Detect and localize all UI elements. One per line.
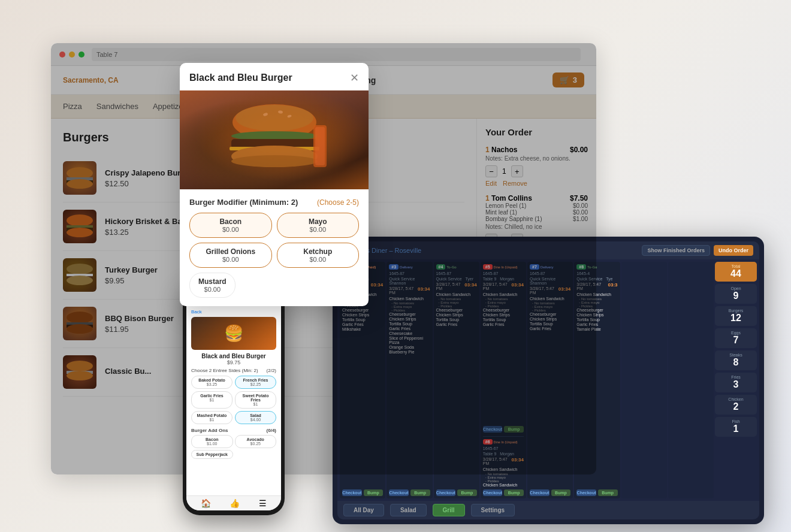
total-card-chicken: Chicken 2 xyxy=(715,395,757,415)
modal-header: Black and Bleu Burger ✕ xyxy=(180,63,369,90)
undo-order-button[interactable]: Undo Order xyxy=(714,245,753,256)
modifier-label: Burger Modifier (Minimum: 2) xyxy=(189,198,298,207)
modal-title: Black and Bleu Burger xyxy=(189,72,292,83)
burger-modal: Black and Bleu Burger ✕ xyxy=(180,63,369,306)
checkout-button[interactable]: Checkout xyxy=(436,489,456,496)
phone-screen: 11:18 AM ●●● 51% order.reckustaging.com … xyxy=(186,286,281,510)
side-salad[interactable]: Salad $4.00 xyxy=(235,411,276,424)
modifier-mayo[interactable]: Mayo $0.00 xyxy=(277,213,360,238)
phone-device: 11:18 AM ●●● 51% order.reckustaging.com … xyxy=(183,282,285,515)
phone-addons: Bacon $1.00 Avocado $0.25 Sub Pepperjack xyxy=(191,435,276,459)
show-finished-orders-button[interactable]: Show Finished Orders xyxy=(642,245,710,256)
burgers-number: 12 xyxy=(718,313,753,324)
phone-side-options: Baked Potato $3.25 French Fries $2.25 Ga… xyxy=(191,376,276,424)
steaks-label: Steaks xyxy=(718,353,753,357)
total-label: Total xyxy=(718,264,753,268)
modifier-name: Mayo xyxy=(283,217,353,226)
sidebar-totals: Total 44 Open 9 Burgers 12 Eggs 7 Steaks xyxy=(715,262,757,498)
phone-item-price: $9.75 xyxy=(191,359,276,365)
modifier-header: Burger Modifier (Minimum: 2) (Choose 2-5… xyxy=(189,198,359,207)
phone-item-image: 🍔 xyxy=(191,317,276,350)
total-card-steaks: Steaks 8 xyxy=(715,350,757,370)
bump-button[interactable]: Bump xyxy=(457,489,477,496)
phone-addons-title: Burger Add Ons (0/4) xyxy=(191,428,276,433)
modifier-price: $0.00 xyxy=(198,286,227,293)
modifier-price: $0.00 xyxy=(196,256,265,263)
fries-number: 3 xyxy=(718,379,753,390)
modifier-grid: Bacon $0.00 Mayo $0.00 Grilled Onions $0… xyxy=(189,213,359,268)
modal-body: Burger Modifier (Minimum: 2) (Choose 2-5… xyxy=(180,189,369,306)
bump-button[interactable]: Bump xyxy=(504,489,524,496)
fries-label: Fries xyxy=(718,375,753,379)
modifier-grilled-onions[interactable]: Grilled Onions $0.00 xyxy=(189,243,272,268)
modifier-mustard[interactable]: Mustard $0.00 xyxy=(189,273,236,298)
modifier-name: Grilled Onions xyxy=(196,247,265,256)
modifier-bacon[interactable]: Bacon $0.00 xyxy=(189,213,272,238)
checkout-button[interactable]: Checkout xyxy=(530,489,550,496)
svg-point-20 xyxy=(236,105,313,131)
modifier-price: $0.00 xyxy=(283,256,353,263)
burgers-label: Burgers xyxy=(718,309,753,313)
bump-button[interactable]: Bump xyxy=(551,489,571,496)
modifier-name: Bacon xyxy=(196,217,265,226)
phone-back-button[interactable]: Back xyxy=(191,309,276,315)
total-card-burgers: Burgers 12 xyxy=(715,306,757,326)
svg-rect-30 xyxy=(315,127,325,165)
ticket-actions: Checkout Bump xyxy=(342,489,383,496)
allday-button[interactable]: All Day xyxy=(343,504,384,516)
total-card-eggs: Eggs 7 xyxy=(715,328,757,348)
mustard-row: Mustard $0.00 xyxy=(189,273,359,298)
modifier-name: Ketchup xyxy=(283,247,353,256)
home-icon[interactable]: 🏠 xyxy=(201,498,211,508)
side-garlic-fries[interactable]: Garlic Fries $1 xyxy=(191,391,233,409)
eggs-number: 7 xyxy=(718,335,753,346)
tablet-action-buttons: Show Finished Orders Undo Order xyxy=(642,245,753,256)
phone-footer-nav: 🏠 👍 ☰ xyxy=(186,495,281,510)
thumb-up-icon[interactable]: 👍 xyxy=(230,498,240,508)
modifier-name: Mustard xyxy=(198,277,227,286)
steaks-number: 8 xyxy=(718,357,753,368)
ticket-placeholder-1 xyxy=(621,262,667,498)
open-label: Open xyxy=(718,286,753,291)
chicken-number: 2 xyxy=(718,401,753,412)
modifier-choose: (Choose 2-5) xyxy=(317,198,359,207)
fish-number: 1 xyxy=(718,424,753,434)
ticket-placeholder-2 xyxy=(668,262,714,498)
close-button[interactable]: ✕ xyxy=(350,71,359,84)
checkout-button[interactable]: Checkout xyxy=(483,489,503,496)
addon-avocado[interactable]: Avocado $0.25 xyxy=(235,435,277,448)
bump-button[interactable]: Bump xyxy=(410,489,430,496)
bump-button[interactable]: Bump xyxy=(598,489,618,496)
bump-button[interactable]: Bump xyxy=(364,489,384,496)
addon-sub-pepperjack[interactable]: Sub Pepperjack xyxy=(191,450,233,459)
modifier-price: $0.00 xyxy=(196,226,265,233)
modifier-ketchup[interactable]: Ketchup $0.00 xyxy=(277,243,360,268)
tablet-footer: All Day Salad Grill Settings xyxy=(337,501,759,519)
choose-text: Choose 2 Entree Sides (Min: 2) xyxy=(191,368,258,373)
svg-point-28 xyxy=(231,155,318,167)
fish-label: Fish xyxy=(718,419,753,424)
salad-button[interactable]: Salad xyxy=(390,504,427,516)
total-card-open: Open 9 xyxy=(715,284,757,304)
total-card-total: Total 44 xyxy=(715,262,757,282)
choose-count: (2/2) xyxy=(267,368,276,373)
phone-content: Back 🍔 Black and Bleu Burger $9.75 Choos… xyxy=(186,306,281,495)
total-card-fries: Fries 3 xyxy=(715,373,757,392)
checkout-button[interactable]: Checkout xyxy=(342,489,362,496)
settings-button[interactable]: Settings xyxy=(471,504,515,516)
burger-visual-overlay xyxy=(180,90,369,189)
phone-item-name: Black and Bleu Burger xyxy=(191,353,276,359)
checkout-button[interactable]: Checkout xyxy=(576,489,596,496)
burger-image xyxy=(180,90,369,189)
total-number: 44 xyxy=(718,268,753,279)
menu-icon[interactable]: ☰ xyxy=(259,498,267,508)
addon-bacon[interactable]: Bacon $1.00 xyxy=(191,435,233,448)
side-sweet-potato[interactable]: Sweet Potato Fries $1 xyxy=(235,391,276,409)
grill-button[interactable]: Grill xyxy=(433,504,465,516)
total-card-fish: Fish 1 xyxy=(715,417,757,437)
checkout-button[interactable]: Checkout xyxy=(389,489,409,496)
phone-choose-label: Choose 2 Entree Sides (Min: 2) (2/2) xyxy=(191,368,276,373)
side-mashed-potato[interactable]: Mashed Potato $1 xyxy=(191,411,233,424)
side-baked-potato[interactable]: Baked Potato $3.25 xyxy=(191,376,233,389)
side-french-fries[interactable]: French Fries $2.25 xyxy=(235,376,276,389)
